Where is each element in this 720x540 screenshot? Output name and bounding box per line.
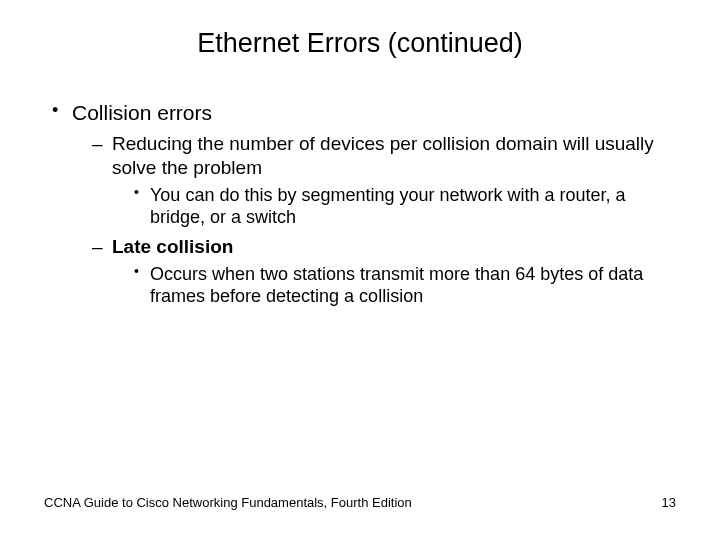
- bullet-text: Late collision: [112, 236, 233, 257]
- list-item: Reducing the number of devices per colli…: [92, 132, 676, 229]
- bullet-list-level2: Reducing the number of devices per colli…: [72, 132, 676, 307]
- list-item: Collision errors Reducing the number of …: [44, 99, 676, 308]
- list-item: Late collision Occurs when two stations …: [92, 235, 676, 308]
- list-item: Occurs when two stations transmit more t…: [134, 263, 676, 308]
- slide-footer: CCNA Guide to Cisco Networking Fundament…: [44, 495, 676, 510]
- bullet-list-level3: Occurs when two stations transmit more t…: [112, 263, 676, 308]
- slide-title: Ethernet Errors (continued): [44, 28, 676, 59]
- footer-source: CCNA Guide to Cisco Networking Fundament…: [44, 495, 412, 510]
- page-number: 13: [662, 495, 676, 510]
- list-item: You can do this by segmenting your netwo…: [134, 184, 676, 229]
- bullet-list-level1: Collision errors Reducing the number of …: [44, 99, 676, 308]
- bullet-text: Occurs when two stations transmit more t…: [150, 264, 643, 307]
- bullet-list-level3: You can do this by segmenting your netwo…: [112, 184, 676, 229]
- bullet-text: Reducing the number of devices per colli…: [112, 133, 654, 178]
- bullet-text: Collision errors: [72, 101, 212, 124]
- bullet-text: You can do this by segmenting your netwo…: [150, 185, 626, 228]
